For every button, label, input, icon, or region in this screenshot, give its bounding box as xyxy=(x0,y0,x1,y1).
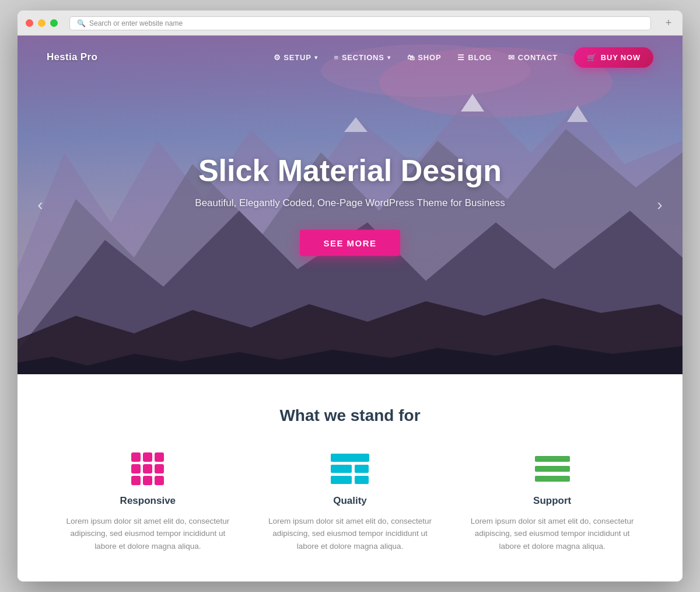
responsive-title: Responsive xyxy=(64,495,232,507)
shop-icon: 🛍 xyxy=(407,53,415,62)
browser-chrome: 🔍 Search or enter website name + xyxy=(18,11,682,36)
navbar: Hestia Pro ⚙ SETUP ▾ ≡ SECTIONS ▾ 🛍 SHO xyxy=(18,36,682,79)
quality-title: Quality xyxy=(267,495,434,507)
close-button[interactable] xyxy=(26,19,33,27)
hero-content: Slick Material Design Beautiful, Elegant… xyxy=(84,153,616,256)
buy-now-button[interactable]: 🛒 BUY NOW xyxy=(574,47,653,68)
navbar-nav: ⚙ SETUP ▾ ≡ SECTIONS ▾ 🛍 SHOP ☰ xyxy=(274,47,653,68)
site-content: Hestia Pro ⚙ SETUP ▾ ≡ SECTIONS ▾ 🛍 SHO xyxy=(18,36,682,582)
features-grid: Responsive Lorem ipsum dolor sit amet el… xyxy=(52,454,648,553)
carousel-prev-button[interactable]: ‹ xyxy=(29,194,51,216)
nav-item-contact[interactable]: ✉ CONTACT xyxy=(508,53,558,62)
nav-label-shop: SHOP xyxy=(418,53,441,62)
blog-icon: ☰ xyxy=(457,53,465,62)
contact-icon: ✉ xyxy=(508,53,515,62)
hero-subtitle: Beautiful, Elegantly Coded, One-Page Wor… xyxy=(84,197,616,209)
browser-window: 🔍 Search or enter website name + xyxy=(18,11,682,582)
url-text: Search or enter website name xyxy=(89,19,183,27)
carousel-next-button[interactable]: › xyxy=(649,194,671,216)
nav-label-contact: CONTACT xyxy=(518,53,558,62)
features-section: What we stand for xyxy=(18,374,682,582)
setup-icon: ⚙ xyxy=(274,53,281,62)
features-title: What we stand for xyxy=(52,406,648,425)
feature-quality: Quality Lorem ipsum dolor sit amet elit … xyxy=(255,454,446,553)
quality-icon xyxy=(330,454,370,483)
nav-label-blog: BLOG xyxy=(468,53,492,62)
support-icon xyxy=(532,454,573,483)
nav-label-setup: SETUP xyxy=(284,53,311,62)
chevron-down-icon: ▾ xyxy=(314,54,318,61)
feature-responsive: Responsive Lorem ipsum dolor sit amet el… xyxy=(52,454,243,553)
search-icon: 🔍 xyxy=(77,19,86,27)
minimize-button[interactable] xyxy=(38,19,46,27)
hero-title: Slick Material Design xyxy=(84,153,616,188)
quality-description: Lorem ipsum dolor sit amet elit do, cons… xyxy=(267,515,434,553)
see-more-button[interactable]: SEE MORE xyxy=(300,230,400,256)
cart-icon: 🛒 xyxy=(587,53,597,62)
responsive-icon xyxy=(127,454,168,483)
nav-item-setup[interactable]: ⚙ SETUP ▾ xyxy=(274,53,318,62)
nav-label-sections: SECTIONS xyxy=(342,53,384,62)
responsive-description: Lorem ipsum dolor sit amet elit do, cons… xyxy=(64,515,232,553)
sections-icon: ≡ xyxy=(334,53,338,62)
nav-item-shop[interactable]: 🛍 SHOP xyxy=(407,53,442,62)
feature-support: Support Lorem ipsum dolor sit amet elit … xyxy=(457,454,648,553)
support-title: Support xyxy=(468,495,636,507)
hero-section: Hestia Pro ⚙ SETUP ▾ ≡ SECTIONS ▾ 🛍 SHO xyxy=(18,36,682,374)
navbar-brand[interactable]: Hestia Pro xyxy=(47,51,97,63)
nav-item-blog[interactable]: ☰ BLOG xyxy=(457,53,492,62)
buy-now-label: BUY NOW xyxy=(601,53,640,62)
new-tab-button[interactable]: + xyxy=(663,18,674,29)
maximize-button[interactable] xyxy=(50,19,58,27)
url-bar[interactable]: 🔍 Search or enter website name xyxy=(69,16,651,30)
support-description: Lorem ipsum dolor sit amet elit do, cons… xyxy=(468,515,636,553)
chevron-down-icon-2: ▾ xyxy=(387,54,391,61)
nav-item-sections[interactable]: ≡ SECTIONS ▾ xyxy=(334,53,390,62)
